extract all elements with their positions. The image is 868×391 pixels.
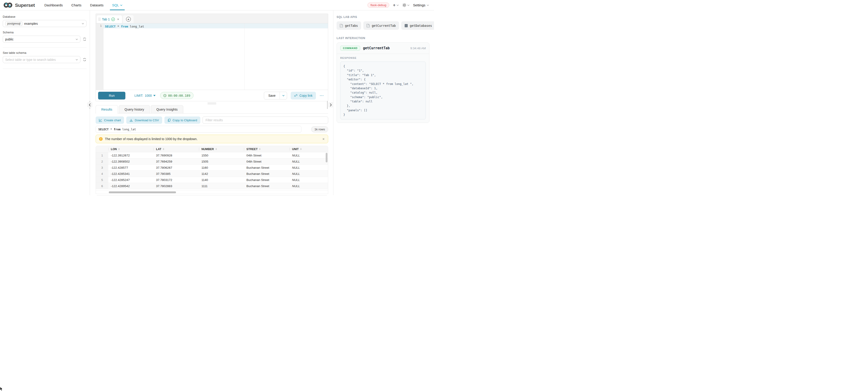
cell-street: Buchanan Street xyxy=(244,165,289,170)
table-row[interactable]: 1 -122.3912672 37.7690928 1550 04th Stre… xyxy=(96,152,328,158)
save-options-button[interactable] xyxy=(280,92,287,99)
drag-handle-icon[interactable] xyxy=(99,18,100,21)
more-actions-button[interactable]: ⋯ xyxy=(319,93,324,98)
copy-link-button[interactable]: Copy link xyxy=(291,92,316,99)
vertical-scrollbar-thumb[interactable] xyxy=(326,153,328,162)
chevron-right-icon xyxy=(330,103,332,106)
save-button[interactable]: Save xyxy=(264,92,280,99)
chevron-down-icon xyxy=(75,59,78,60)
chevron-down-icon xyxy=(407,4,409,6)
rows-limit-warning: ! The number of rows displayed is limite… xyxy=(96,135,328,143)
refresh-tables-icon[interactable] xyxy=(83,58,87,62)
collapse-left-panel-button[interactable] xyxy=(87,102,92,107)
clock-icon xyxy=(163,94,166,97)
chevron-down-icon xyxy=(427,4,429,6)
download-csv-button[interactable]: Download to CSV xyxy=(126,117,162,124)
settings-menu[interactable]: Settings xyxy=(413,3,429,7)
nav-dashboards[interactable]: Dashboards xyxy=(44,0,63,10)
copy-to-clipboard-button[interactable]: Copy to Clipboard xyxy=(164,117,200,124)
column-header-unit[interactable]: UNIT xyxy=(289,146,328,152)
cell-unit: NULL xyxy=(289,159,328,164)
table-select-placeholder: Select table or type to search tables xyxy=(5,58,56,62)
column-header-street[interactable]: STREET xyxy=(244,146,289,152)
print-margin-line xyxy=(244,23,245,90)
interaction-header: COMMAND getCurrentTab 9:34:48 AM xyxy=(337,43,429,54)
cell-lat: 37.7690928 xyxy=(154,152,199,158)
cell-unit: NULL xyxy=(289,165,328,170)
page-icon xyxy=(340,24,343,28)
table-row[interactable]: 3 -122.428577 37.7806267 1160 Buchanan S… xyxy=(96,164,328,170)
save-split-button: Save xyxy=(264,92,287,99)
row-number: 5 xyxy=(96,177,108,183)
table-select[interactable]: Select table or type to search tables xyxy=(3,56,81,63)
limit-dropdown[interactable]: LIMIT: 1000 xyxy=(134,94,156,97)
schema-label: Schema xyxy=(3,31,87,34)
cell-lon: -122.3912672 xyxy=(108,152,154,158)
query-timer-badge: 00:00:00.189 xyxy=(160,92,193,99)
panel-resize-handle[interactable] xyxy=(96,102,328,105)
horizontal-scrollbar[interactable] xyxy=(96,191,328,194)
sort-icon[interactable] xyxy=(259,148,260,150)
cell-number: 1160 xyxy=(199,165,244,170)
column-header-lat[interactable]: LAT xyxy=(154,146,199,152)
cell-number: 1550 xyxy=(199,152,244,158)
environment-badge: flask-debug xyxy=(368,2,389,8)
sql-code-editor[interactable]: 1 SELECT * from long_lat xyxy=(96,23,328,90)
get-databases-button[interactable]: getDatabases xyxy=(401,21,434,30)
tab-results[interactable]: Results xyxy=(96,105,118,113)
sort-icon[interactable] xyxy=(300,148,302,150)
row-number: 3 xyxy=(96,165,108,170)
results-actions: Create chart Download to CSV Copy t xyxy=(96,117,328,124)
theme-toggle[interactable] xyxy=(402,3,409,7)
chevron-left-icon xyxy=(89,103,91,106)
schema-select[interactable]: public xyxy=(3,36,81,43)
superset-logo[interactable]: Superset xyxy=(4,2,35,8)
new-item-button[interactable]: + xyxy=(393,3,399,7)
cell-number: 1140 xyxy=(199,177,244,183)
table-row[interactable]: 6 -122.4289542 37.7802883 1111 Buchanan … xyxy=(96,183,328,189)
api-buttons: getTabs getCurrentTab getDatabases xyxy=(337,21,430,30)
column-header-number[interactable]: NUMBER xyxy=(199,146,244,152)
sort-icon[interactable] xyxy=(163,148,164,150)
cell-lat: 37.7803172 xyxy=(154,177,199,183)
check-circle-icon xyxy=(111,18,115,21)
add-tab-button[interactable]: + xyxy=(123,15,133,23)
table-row[interactable]: 2 -122.3908502 37.7694259 1505 04th Stre… xyxy=(96,158,328,164)
filter-results-input[interactable] xyxy=(203,117,328,124)
editor-tab-1[interactable]: Tab 1 ✕ xyxy=(97,15,122,23)
table-row[interactable]: 5 -122.4285247 37.7803172 1140 Buchanan … xyxy=(96,177,328,183)
nav-sql[interactable]: SQL xyxy=(112,0,122,10)
create-chart-button[interactable]: Create chart xyxy=(96,117,124,124)
nav-datasets[interactable]: Datasets xyxy=(90,0,103,10)
run-button[interactable]: Run xyxy=(98,92,125,99)
tab-query-history[interactable]: Query history xyxy=(119,105,150,113)
command-name: getCurrentTab xyxy=(363,46,390,50)
column-header-lon[interactable]: LON xyxy=(108,146,154,152)
cell-street: Buchanan Street xyxy=(244,177,289,183)
sun-icon xyxy=(402,3,406,7)
cell-street: Buchanan Street xyxy=(244,183,289,189)
database-select[interactable]: postgresql examples xyxy=(3,20,87,27)
collapse-right-panel-button[interactable] xyxy=(328,102,333,107)
sort-icon[interactable] xyxy=(118,148,120,150)
table-row[interactable]: 4 -122.4285341 37.780385 1142 Buchanan S… xyxy=(96,170,328,177)
row-number: 4 xyxy=(96,171,108,177)
plus-icon: + xyxy=(393,3,396,7)
refresh-schemas-icon[interactable] xyxy=(83,37,87,41)
database-type-tag: postgresql xyxy=(5,21,23,26)
close-tab-icon[interactable]: ✕ xyxy=(117,18,119,21)
row-number: 6 xyxy=(96,183,108,189)
get-tabs-button[interactable]: getTabs xyxy=(337,21,361,30)
scrollbar-thumb[interactable] xyxy=(109,191,176,193)
right-splitter-scrollbar[interactable] xyxy=(327,101,328,109)
cell-lon: -122.428577 xyxy=(108,165,154,170)
partial-row xyxy=(96,189,328,191)
close-warning-icon[interactable]: ✕ xyxy=(322,137,325,141)
chart-icon xyxy=(99,119,102,122)
tab-query-insights[interactable]: Query Insights xyxy=(151,105,184,113)
cell-street: 04th Street xyxy=(244,152,289,158)
sort-icon[interactable] xyxy=(216,148,217,150)
get-current-tab-button[interactable]: getCurrentTab xyxy=(363,21,399,30)
nav-charts[interactable]: Charts xyxy=(71,0,81,10)
main-nav: Dashboards Charts Datasets SQL xyxy=(44,0,122,10)
